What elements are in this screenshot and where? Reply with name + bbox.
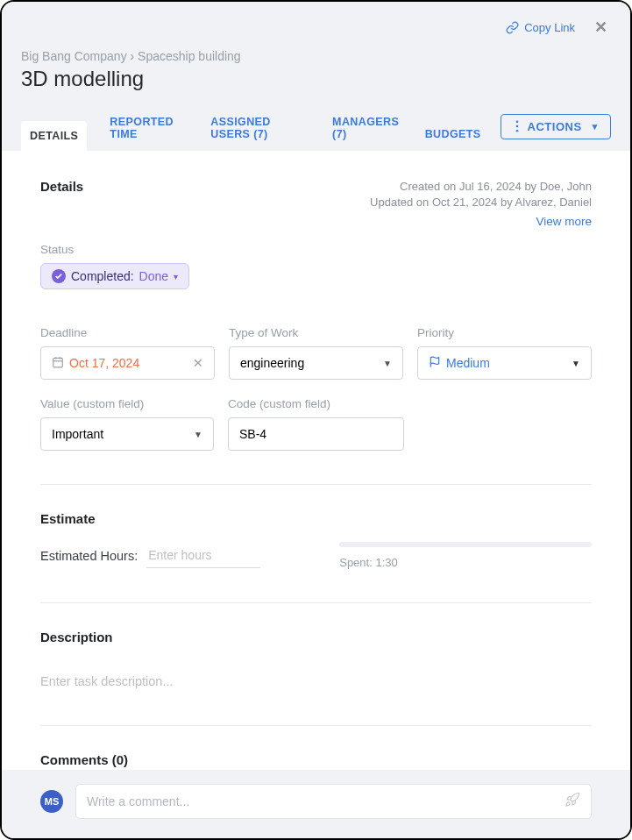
breadcrumb-project[interactable]: Spaceship building	[138, 49, 241, 63]
page-title: 3D modelling	[21, 67, 611, 91]
progress-bar	[339, 542, 592, 547]
check-circle-icon	[52, 269, 66, 283]
type-of-work-select[interactable]: engineering ▼	[229, 346, 403, 380]
caret-down-icon: ▾	[174, 272, 178, 281]
copy-link-button[interactable]: Copy Link	[506, 21, 575, 34]
comments-heading: Comments (0)	[40, 752, 592, 767]
updated-info: Updated on Oct 21, 2024 by Alvarez, Dani…	[370, 195, 592, 210]
svg-point-1	[515, 125, 518, 128]
tab-reported-time[interactable]: REPORTED TIME	[108, 107, 188, 151]
caret-down-icon: ▼	[194, 430, 202, 439]
code-input[interactable]	[228, 417, 404, 451]
estimated-hours-input[interactable]	[146, 543, 260, 568]
rocket-icon[interactable]	[565, 792, 580, 811]
code-label: Code (custom field)	[228, 397, 404, 410]
breadcrumb-separator: ›	[131, 49, 135, 63]
status-label: Status	[40, 243, 592, 256]
value-field-value: Important	[52, 427, 103, 441]
link-icon	[506, 21, 519, 34]
divider	[40, 602, 592, 603]
estimate-heading: Estimate	[40, 511, 592, 526]
type-label: Type of Work	[229, 326, 403, 339]
description-input[interactable]: Enter task description...	[40, 653, 592, 709]
spent-label: Spent: 1:30	[339, 556, 592, 569]
status-value: Done	[139, 269, 168, 283]
svg-rect-3	[53, 358, 63, 367]
value-select[interactable]: Important ▼	[40, 417, 214, 451]
value-label: Value (custom field)	[40, 397, 214, 410]
status-selector[interactable]: Completed: Done ▾	[40, 263, 189, 289]
avatar: MS	[40, 790, 63, 813]
deadline-label: Deadline	[40, 326, 215, 339]
caret-down-icon: ▼	[572, 359, 580, 368]
status-completed-text: Completed:	[71, 269, 134, 283]
code-input-inner[interactable]	[239, 427, 393, 441]
actions-label: ACTIONS	[528, 120, 582, 133]
svg-point-2	[515, 130, 518, 132]
view-more-link[interactable]: View more	[370, 214, 592, 231]
dots-vertical-icon	[512, 120, 522, 132]
estimated-hours-label: Estimated Hours:	[40, 549, 138, 563]
breadcrumb-company[interactable]: Big Bang Company	[21, 49, 127, 63]
tab-managers[interactable]: MANAGERS (7)	[330, 107, 402, 151]
description-heading: Description	[40, 630, 592, 644]
priority-label: Priority	[417, 326, 592, 339]
comment-input[interactable]	[87, 794, 565, 808]
comment-input-wrapper[interactable]	[75, 784, 592, 819]
tab-budgets[interactable]: BUDGETS	[423, 119, 483, 151]
priority-value: Medium	[446, 356, 490, 370]
actions-button[interactable]: ACTIONS ▼	[501, 114, 611, 139]
caret-down-icon: ▼	[591, 122, 600, 132]
tab-details[interactable]: DETAILS	[21, 121, 87, 151]
clear-deadline-button[interactable]: ✕	[193, 356, 203, 370]
deadline-input[interactable]: Oct 17, 2024 ✕	[40, 346, 215, 380]
tab-assigned-users[interactable]: ASSIGNED USERS (7)	[209, 107, 309, 151]
deadline-value: Oct 17, 2024	[69, 356, 139, 370]
flag-icon	[429, 356, 441, 371]
type-value: engineering	[240, 356, 304, 370]
divider	[40, 484, 592, 485]
copy-link-label: Copy Link	[524, 21, 575, 34]
close-button[interactable]: ✕	[591, 16, 611, 39]
priority-select[interactable]: Medium ▼	[417, 346, 592, 380]
svg-point-0	[515, 120, 518, 123]
calendar-icon	[52, 356, 64, 371]
created-info: Created on Jul 16, 2024 by Doe, John	[370, 179, 592, 195]
divider	[40, 725, 592, 726]
details-heading: Details	[40, 179, 83, 194]
breadcrumb: Big Bang Company › Spaceship building	[21, 49, 611, 63]
caret-down-icon: ▼	[383, 359, 392, 368]
